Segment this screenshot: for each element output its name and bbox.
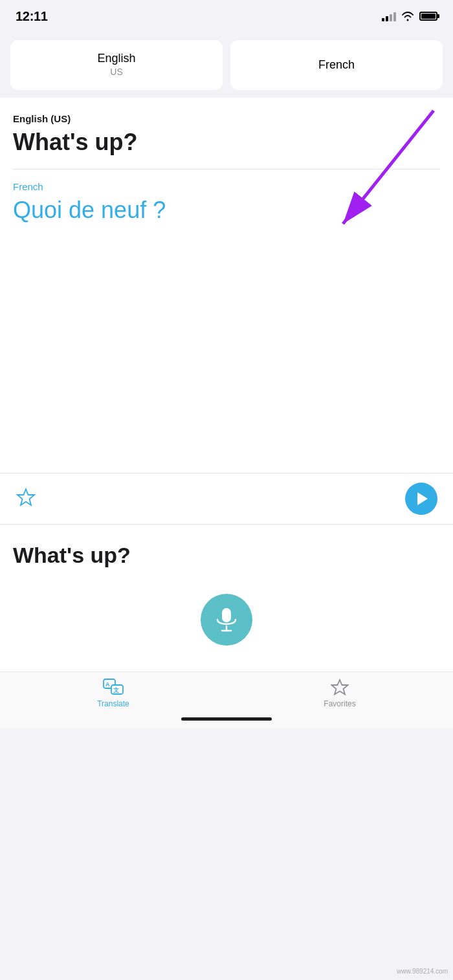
arrow-annotation — [259, 104, 447, 253]
tab-favorites[interactable]: Favorites — [314, 679, 366, 708]
svg-text:文: 文 — [113, 687, 119, 693]
status-time: 12:11 — [16, 9, 48, 24]
favorite-button[interactable] — [16, 487, 36, 511]
wifi-icon — [401, 11, 414, 21]
microphone-button[interactable] — [201, 594, 252, 646]
favorites-icon — [331, 679, 349, 697]
tab-translate-label: Translate — [97, 699, 129, 708]
status-bar: 12:11 — [0, 0, 453, 32]
status-icons — [382, 11, 437, 21]
action-bar — [0, 473, 453, 524]
svg-text:A: A — [105, 681, 110, 688]
svg-rect-3 — [222, 608, 231, 622]
mic-container — [13, 594, 440, 646]
tab-translate[interactable]: A 文 Translate — [87, 679, 139, 708]
watermark: www.989214.com — [397, 968, 448, 975]
target-text: Quoi de neuf ? — [13, 196, 440, 224]
target-language-label: French — [318, 58, 355, 72]
signal-icon — [382, 11, 396, 21]
home-bar — [181, 717, 272, 721]
source-language-sublabel: US — [110, 66, 122, 79]
translation-divider — [13, 169, 440, 169]
svg-marker-2 — [17, 489, 34, 505]
play-icon — [417, 492, 428, 505]
svg-marker-10 — [332, 680, 348, 695]
source-language-button[interactable]: English US — [10, 40, 223, 90]
tab-favorites-label: Favorites — [324, 699, 355, 708]
source-language-label: English — [97, 52, 135, 66]
play-button[interactable] — [405, 483, 437, 515]
input-text: What's up? — [13, 543, 440, 568]
home-indicator — [0, 712, 453, 728]
source-text: What's up? — [13, 128, 440, 156]
source-label: English (US) — [13, 113, 440, 124]
language-bar: English US French — [0, 32, 453, 98]
translation-panel: English (US) What's up? French Quoi de n… — [0, 98, 453, 473]
battery-icon — [419, 12, 437, 21]
target-language-button[interactable]: French — [230, 40, 443, 90]
tab-bar: A 文 Translate Favorites — [0, 671, 453, 712]
target-label: French — [13, 181, 440, 192]
translate-icon: A 文 — [103, 679, 124, 697]
input-area: What's up? — [0, 524, 453, 671]
microphone-icon — [215, 607, 238, 633]
